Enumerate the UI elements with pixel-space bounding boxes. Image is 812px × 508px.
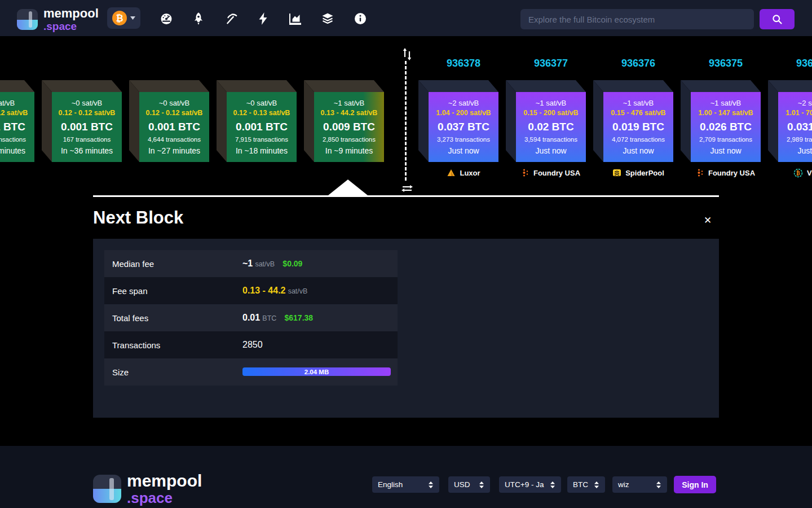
block-tx-count: 2,850 transactions: [323, 136, 376, 143]
row-label: Total fees: [104, 313, 148, 323]
block-time: In ~36 minutes: [61, 146, 113, 155]
block-fee-range: 0.13 - 44.2 sat/vB: [321, 109, 378, 117]
cube-front-face: ~0 sat/vB0.12 - 0.12 sat/vB0.001 BTC167 …: [52, 92, 122, 162]
unit-select[interactable]: BTC: [567, 476, 605, 493]
cube-front-face: ~0 sat/vB0.12 - 0.12 sat/vB0.001 BTC5,06…: [0, 92, 34, 162]
theme-select[interactable]: wiz: [612, 476, 667, 493]
mining-pool-name: Luxor: [460, 169, 480, 177]
mined-block[interactable]: ~2 sat/vB1.01 - 700 sat/vB0.031 BTC2,989…: [768, 80, 812, 162]
search-button[interactable]: [760, 9, 795, 29]
svg-text:₿: ₿: [796, 170, 800, 176]
language-select[interactable]: English: [372, 476, 439, 493]
viabtc-pool-icon: ₿: [793, 168, 803, 178]
cube-front-face: ~1 sat/vB0.15 - 200 sat/vB0.02 BTC3,594 …: [516, 92, 586, 162]
block-height-link[interactable]: 936376: [599, 58, 678, 69]
mempool-block[interactable]: ~0 sat/vB0.12 - 0.12 sat/vB0.001 BTC4,64…: [129, 80, 209, 162]
block-fee-range: 0.15 - 476 sat/vB: [611, 109, 665, 117]
mempool-logo[interactable]: mempool .space: [17, 7, 99, 32]
select-arrows-icon: [479, 481, 484, 488]
mining-pool-name: Foundry USA: [708, 169, 755, 177]
row-value: 2850: [242, 340, 263, 350]
block-median-fee: ~0 sat/vB: [0, 99, 15, 107]
mined-block[interactable]: ~1 sat/vB0.15 - 476 sat/vB0.019 BTC4,072…: [593, 80, 673, 162]
dashboard-icon[interactable]: [160, 12, 173, 25]
lightning-bolt-icon[interactable]: [257, 12, 270, 25]
block-time: In ~45 minutes: [0, 146, 25, 155]
brand-name: mempool: [127, 472, 202, 489]
search-icon: [771, 14, 783, 25]
mempool-block[interactable]: ~1 sat/vB0.13 - 44.2 sat/vB0.009 BTC2,85…: [304, 80, 384, 162]
timeline-rule: [93, 195, 719, 197]
brand-tld: .space: [127, 491, 202, 505]
block-median-fee: ~2 sat/vB: [448, 99, 479, 107]
currency-select[interactable]: USD: [448, 476, 490, 493]
mining-pool-tag[interactable]: Foundry USA: [511, 168, 590, 177]
mining-pool-tag[interactable]: Luxor: [424, 168, 503, 177]
block-median-fee: ~1 sat/vB: [334, 99, 365, 107]
brand-name: mempool: [43, 7, 99, 20]
cube-front-face: ~1 sat/vB0.13 - 44.2 sat/vB0.009 BTC2,85…: [314, 92, 384, 162]
row-median-fee: Median fee ~1 sat/vB $0.09: [104, 250, 398, 277]
size-progress-bar: 2.04 MB: [242, 367, 391, 376]
block-time: Just now: [710, 146, 741, 155]
row-value: 0.01 BTC $617.38: [242, 313, 313, 323]
cube-front-face: ~0 sat/vB0.12 - 0.13 sat/vB0.001 BTC7,91…: [227, 92, 297, 162]
block-info-table: Median fee ~1 sat/vB $0.09 Fee span 0.13…: [104, 250, 398, 386]
block-total-fees: 0.037 BTC: [438, 121, 489, 133]
select-arrows-icon: [656, 481, 661, 488]
block-height-link[interactable]: 936375: [686, 58, 765, 69]
accelerator-rocket-icon[interactable]: [192, 12, 205, 25]
navbar: mempool .space ₿: [0, 0, 812, 36]
block-total-fees: 0.001 BTC: [236, 121, 288, 133]
row-label: Transactions: [104, 340, 160, 350]
block-height-link[interactable]: 936377: [511, 58, 590, 69]
block-tx-count: 2,989 transactions: [787, 136, 812, 143]
row-fee-span: Fee span 0.13 - 44.2 sat/vB: [104, 277, 398, 304]
mined-block[interactable]: ~1 sat/vB1.00 - 147 sat/vB0.026 BTC2,709…: [681, 80, 761, 162]
graphs-chart-icon[interactable]: [289, 12, 302, 25]
mempool-block[interactable]: ~0 sat/vB0.12 - 0.12 sat/vB0.001 BTC5,06…: [0, 80, 34, 162]
spiderpool-pool-icon: [612, 168, 621, 177]
brand-tld: .space: [43, 21, 99, 32]
row-label: Fee span: [104, 286, 148, 296]
mining-pool-tag[interactable]: ₿ViaBTC: [774, 168, 812, 178]
layers-stack-icon[interactable]: [321, 12, 334, 25]
selected-block-pointer: [328, 179, 368, 195]
mempool-space-page: mempool .space ₿: [0, 0, 812, 508]
mining-pool-name: Foundry USA: [533, 169, 580, 177]
block-total-fees: 0.009 BTC: [323, 121, 375, 133]
block-fee-range: 1.00 - 147 sat/vB: [698, 109, 753, 117]
timezone-select[interactable]: UTC+9 - Ja: [499, 476, 561, 493]
block-fee-range: 0.12 - 0.12 sat/vB: [0, 109, 28, 117]
mining-pool-tag[interactable]: Foundry USA: [686, 168, 765, 177]
row-total-fees: Total fees 0.01 BTC $617.38: [104, 304, 398, 331]
block-median-fee: ~1 sat/vB: [536, 99, 567, 107]
network-selector-dropdown[interactable]: ₿: [107, 7, 140, 29]
mined-block[interactable]: ~2 sat/vB1.04 - 200 sat/vB0.037 BTC3,273…: [418, 80, 498, 162]
footer: mempool .space English USD UTC+9 - Ja BT…: [0, 446, 812, 508]
close-icon[interactable]: ✕: [704, 214, 712, 226]
block-total-fees: 0.026 BTC: [700, 121, 752, 133]
sort-arrows-icon: [400, 47, 414, 61]
mining-pool-tag[interactable]: SpiderPool: [599, 168, 678, 177]
block-height-link[interactable]: 936374: [774, 58, 812, 69]
footer-mempool-logo[interactable]: mempool .space: [93, 472, 202, 505]
block-time: Just now: [535, 146, 566, 155]
next-block-panel: Median fee ~1 sat/vB $0.09 Fee span 0.13…: [93, 239, 719, 418]
search-input[interactable]: [520, 9, 754, 29]
mempool-block[interactable]: ~0 sat/vB0.12 - 0.13 sat/vB0.001 BTC7,91…: [217, 80, 297, 162]
block-time: Just now: [623, 146, 654, 155]
block-tx-count: 3,273 transactions: [437, 136, 490, 143]
block-median-fee: ~0 sat/vB: [246, 99, 277, 107]
mined-block[interactable]: ~1 sat/vB0.15 - 200 sat/vB0.02 BTC3,594 …: [506, 80, 586, 162]
sign-in-button[interactable]: Sign In: [674, 476, 716, 493]
block-time: Just now: [448, 146, 479, 155]
row-value: ~1 sat/vB $0.09: [242, 259, 302, 269]
mining-pickaxe-icon[interactable]: [224, 12, 238, 25]
mempool-block[interactable]: ~0 sat/vB0.12 - 0.12 sat/vB0.001 BTC167 …: [42, 80, 122, 162]
info-icon[interactable]: [354, 12, 367, 25]
block-height-link[interactable]: 936378: [424, 58, 503, 69]
swap-arrows-icon: [400, 182, 414, 195]
cube-front-face: ~1 sat/vB1.00 - 147 sat/vB0.026 BTC2,709…: [691, 92, 761, 162]
foundry-pool-icon: [696, 168, 704, 177]
